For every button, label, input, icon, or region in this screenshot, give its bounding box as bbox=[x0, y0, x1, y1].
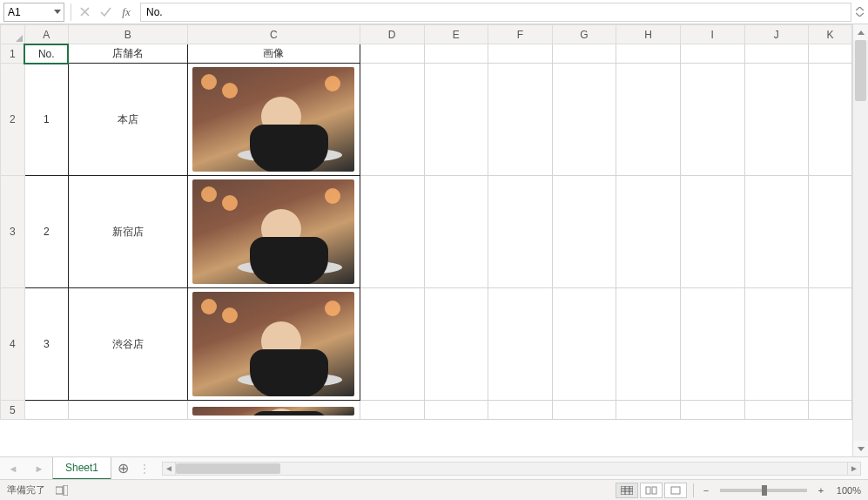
scroll-down-icon[interactable] bbox=[853, 441, 868, 456]
embedded-image[interactable] bbox=[192, 67, 354, 172]
cell[interactable] bbox=[424, 401, 488, 420]
name-box-dropdown-icon[interactable] bbox=[51, 3, 64, 21]
cell[interactable] bbox=[809, 44, 852, 64]
cell[interactable] bbox=[424, 64, 488, 176]
insert-function-button[interactable]: fx bbox=[116, 3, 137, 22]
row-header[interactable]: 5 bbox=[1, 401, 25, 420]
cell-image[interactable] bbox=[187, 176, 360, 288]
scroll-thumb[interactable] bbox=[176, 463, 280, 474]
cell[interactable] bbox=[680, 176, 744, 288]
col-header-E[interactable]: E bbox=[424, 25, 488, 44]
col-header-B[interactable]: B bbox=[68, 25, 187, 44]
sheet-tab-active[interactable]: Sheet1 bbox=[52, 457, 111, 480]
cell[interactable] bbox=[744, 176, 809, 288]
add-sheet-button[interactable]: ⊕ bbox=[111, 457, 134, 480]
cell[interactable] bbox=[488, 176, 553, 288]
cell[interactable] bbox=[488, 44, 553, 64]
col-header-D[interactable]: D bbox=[360, 25, 424, 44]
scroll-track[interactable] bbox=[176, 462, 847, 476]
col-header-F[interactable]: F bbox=[488, 25, 553, 44]
cell[interactable] bbox=[809, 176, 852, 288]
cell-B1[interactable]: 店舗名 bbox=[68, 44, 187, 64]
cell[interactable] bbox=[809, 401, 852, 420]
formula-expand-icon[interactable] bbox=[851, 3, 868, 22]
cell[interactable] bbox=[744, 44, 809, 64]
cell[interactable] bbox=[552, 64, 616, 176]
cell-store[interactable]: 渋谷店 bbox=[68, 288, 187, 401]
cell[interactable] bbox=[187, 401, 360, 420]
cell[interactable] bbox=[424, 176, 488, 288]
cell[interactable] bbox=[68, 401, 187, 420]
col-header-I[interactable]: I bbox=[680, 25, 744, 44]
cell-store[interactable]: 本店 bbox=[68, 64, 187, 176]
cell[interactable] bbox=[360, 288, 424, 401]
cell[interactable] bbox=[744, 401, 809, 420]
cell-A1[interactable]: No. bbox=[24, 44, 68, 64]
select-all-button[interactable] bbox=[1, 25, 25, 44]
row-header[interactable]: 1 bbox=[1, 44, 25, 64]
cell-no[interactable]: 3 bbox=[24, 288, 68, 401]
col-header-J[interactable]: J bbox=[744, 25, 809, 44]
col-header-A[interactable]: A bbox=[24, 25, 68, 44]
sheet-nav-prev-icon[interactable]: ◄ bbox=[9, 463, 18, 474]
cell[interactable] bbox=[680, 44, 744, 64]
cell-C1[interactable]: 画像 bbox=[187, 44, 360, 64]
cell[interactable] bbox=[488, 64, 553, 176]
cell[interactable] bbox=[809, 288, 852, 401]
cell[interactable] bbox=[616, 176, 681, 288]
view-page-layout-button[interactable] bbox=[640, 483, 663, 498]
cell[interactable] bbox=[552, 44, 616, 64]
zoom-slider-thumb[interactable] bbox=[762, 485, 767, 496]
zoom-in-button[interactable]: + bbox=[814, 485, 828, 496]
cell[interactable] bbox=[552, 176, 616, 288]
cell[interactable] bbox=[809, 64, 852, 176]
cell[interactable] bbox=[616, 288, 681, 401]
row-header[interactable]: 3 bbox=[1, 176, 25, 288]
cell[interactable] bbox=[616, 401, 681, 420]
cell[interactable] bbox=[680, 64, 744, 176]
cell[interactable] bbox=[360, 401, 424, 420]
col-header-C[interactable]: C bbox=[187, 25, 360, 44]
cell[interactable] bbox=[424, 288, 488, 401]
cell[interactable] bbox=[680, 288, 744, 401]
cell-no[interactable]: 1 bbox=[24, 64, 68, 176]
cell[interactable] bbox=[680, 401, 744, 420]
embedded-image[interactable] bbox=[192, 179, 354, 284]
col-header-K[interactable]: K bbox=[809, 25, 852, 44]
cell[interactable] bbox=[360, 176, 424, 288]
row-header[interactable]: 2 bbox=[1, 64, 25, 176]
cell-image[interactable] bbox=[187, 64, 360, 176]
view-normal-button[interactable] bbox=[616, 483, 638, 498]
cell[interactable] bbox=[24, 401, 68, 420]
scroll-right-icon[interactable]: ► bbox=[847, 462, 861, 476]
col-header-G[interactable]: G bbox=[552, 25, 616, 44]
zoom-level[interactable]: 100% bbox=[837, 485, 861, 496]
col-header-H[interactable]: H bbox=[616, 25, 681, 44]
cell[interactable] bbox=[360, 64, 424, 176]
embedded-image[interactable] bbox=[192, 292, 354, 396]
cell-store[interactable]: 新宿店 bbox=[68, 176, 187, 288]
view-page-break-button[interactable] bbox=[664, 483, 687, 498]
horizontal-scrollbar[interactable]: ◄ ► bbox=[162, 462, 861, 476]
scroll-left-icon[interactable]: ◄ bbox=[162, 462, 176, 476]
name-box-input[interactable] bbox=[4, 6, 51, 18]
row-header[interactable]: 4 bbox=[1, 288, 25, 401]
cell[interactable] bbox=[488, 288, 553, 401]
zoom-slider[interactable] bbox=[720, 489, 807, 492]
vertical-scrollbar[interactable] bbox=[852, 24, 868, 456]
scroll-track[interactable] bbox=[853, 40, 868, 441]
scroll-thumb[interactable] bbox=[855, 40, 866, 101]
cell[interactable] bbox=[616, 44, 681, 64]
scroll-up-icon[interactable] bbox=[853, 24, 868, 40]
cell[interactable] bbox=[744, 288, 809, 401]
cell[interactable] bbox=[744, 64, 809, 176]
cell[interactable] bbox=[424, 44, 488, 64]
cell[interactable] bbox=[616, 64, 681, 176]
cell[interactable] bbox=[552, 401, 616, 420]
sheet-nav-next-icon[interactable]: ► bbox=[35, 463, 44, 474]
grid-main[interactable]: A B C D E F G H I J K 1 No. 店舗名 画像 bbox=[0, 24, 852, 456]
embedded-image[interactable] bbox=[192, 407, 354, 416]
name-box[interactable] bbox=[3, 3, 64, 22]
cell-image[interactable] bbox=[187, 288, 360, 401]
cell[interactable] bbox=[360, 44, 424, 64]
